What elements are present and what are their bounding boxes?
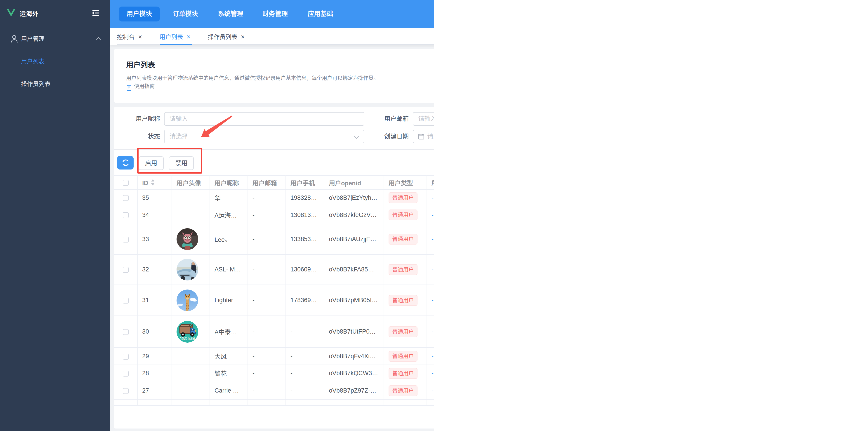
svg-text:物流运输: 物流运输 xyxy=(180,336,195,341)
